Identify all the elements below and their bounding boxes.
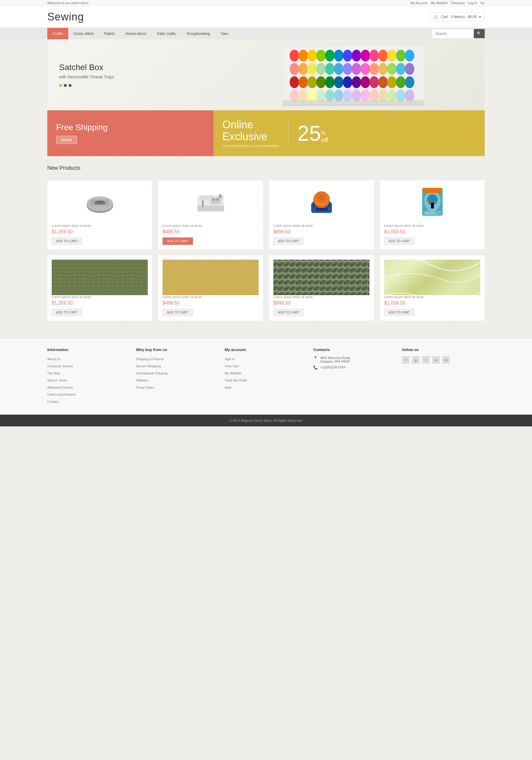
product-price-8: $1,059.50: [384, 301, 480, 306]
footer-link-contact[interactable]: Contact: [47, 400, 59, 404]
promo-exclusive-title: OnlineExclusive: [222, 119, 279, 142]
product-1-image: [85, 191, 115, 214]
add-to-cart-btn-8[interactable]: ADD TO CART: [384, 309, 415, 316]
checkout-link[interactable]: Checkout: [451, 1, 464, 5]
add-to-cart-btn-1[interactable]: ADD TO CART: [52, 237, 82, 245]
product-card-7: Lorem ipsum dolor sit amet $999.50 ADD T…: [269, 255, 374, 320]
add-to-cart-btn-4[interactable]: ADD TO CART: [384, 237, 415, 245]
svg-point-25: [378, 63, 388, 75]
svg-point-28: [405, 63, 414, 75]
svg-point-5: [325, 50, 334, 62]
logo[interactable]: Sewing: [47, 11, 84, 23]
footer-link-affiliates[interactable]: Affiliates: [136, 379, 148, 382]
search-input[interactable]: [432, 29, 474, 38]
footer-link-about[interactable]: About Us: [47, 357, 61, 361]
footer-address: 📍 0801 Marmora Road,Glasgow, D04 89GR: [313, 356, 396, 363]
add-to-cart-btn-3[interactable]: ADD TO CART: [273, 237, 304, 245]
footer-information: Information About Us Customer Service Si…: [47, 348, 130, 406]
footer-my-account: My account Sign In View Cart My Wishlist…: [225, 348, 307, 406]
footer-link-shipping[interactable]: Shipping & Returns: [136, 357, 164, 361]
hero-dots: [59, 84, 114, 87]
nav-item-kids-crafts[interactable]: Kids' crafts: [152, 28, 181, 39]
product-desc-3: Lorem ipsum dolor sit amet: [273, 224, 370, 227]
phone-icon: 📞: [313, 365, 318, 370]
footer-contacts-title: Contacts: [313, 348, 396, 352]
add-to-cart-btn-2[interactable]: ADD TO CART: [162, 237, 193, 245]
nav-item-fabric[interactable]: Fabric: [99, 28, 120, 39]
location-icon: 📍: [313, 356, 318, 363]
footer-link-track-order[interactable]: Track My Order: [225, 379, 247, 382]
product-price-6: $499.50: [162, 301, 259, 306]
main-navigation: Crafts Cross stitch Fabric Home decor Ki…: [0, 28, 532, 39]
login-link[interactable]: Log In: [468, 1, 477, 5]
footer-link-help[interactable]: Help: [225, 386, 231, 389]
svg-point-44: [298, 90, 308, 101]
cart-items: 0 item(s) - $0.00: [451, 15, 477, 19]
svg-text:✿: ✿: [320, 196, 323, 199]
footer-link-advanced-search[interactable]: Advanced Search: [47, 386, 73, 389]
svg-point-10: [370, 50, 379, 62]
footer-link-international[interactable]: International Shipping: [136, 371, 167, 375]
product-2-image: [193, 189, 229, 216]
svg-point-38: [370, 76, 379, 88]
svg-point-40: [387, 76, 397, 88]
search-button[interactable]: 🔍: [474, 29, 485, 38]
nav-item-yarn[interactable]: Yarn: [215, 28, 234, 39]
nav-item-home-decor[interactable]: Home decor: [120, 28, 152, 39]
social-linkedin[interactable]: in: [442, 356, 450, 364]
social-facebook[interactable]: f: [402, 356, 410, 364]
my-wishlist-link[interactable]: My Wishlist: [431, 1, 448, 5]
hero-dot-2[interactable]: [64, 84, 67, 87]
footer-link-site-map[interactable]: Site Map: [47, 371, 60, 375]
social-googleplus[interactable]: g: [412, 356, 420, 364]
promo-details-button[interactable]: Details: [56, 136, 77, 144]
add-to-cart-btn-5[interactable]: ADD TO CART: [52, 309, 82, 316]
hero-dot-1[interactable]: [59, 84, 62, 87]
my-account-link[interactable]: My Account: [411, 1, 427, 5]
footer-link-group-sales[interactable]: Group Sales: [136, 386, 154, 389]
nav-item-crafts[interactable]: Crafts: [47, 28, 68, 39]
new-products-title: New Products: [47, 165, 485, 174]
footer-link-view-cart[interactable]: View Cart: [225, 364, 239, 368]
svg-point-46: [316, 90, 326, 101]
footer-main: Information About Us Customer Service Si…: [0, 338, 532, 415]
footer-link-orders-returns[interactable]: Orders and Returns: [47, 393, 76, 396]
add-to-cart-btn-6[interactable]: ADD TO CART: [162, 309, 193, 316]
svg-point-3: [307, 50, 317, 62]
nav-item-scrapbooking[interactable]: Scrapbooking: [181, 28, 215, 39]
product-price-2: $499.50: [162, 229, 259, 234]
promo-exclusive: OnlineExclusive Lorem ipsum dolor sit am…: [213, 110, 485, 156]
svg-point-13: [396, 50, 406, 62]
svg-point-30: [298, 76, 308, 88]
footer-link-customer-service[interactable]: Customer Service: [47, 364, 73, 368]
svg-point-19: [325, 63, 334, 75]
svg-point-21: [343, 63, 352, 75]
svg-point-17: [307, 63, 317, 75]
hero-dot-3[interactable]: [68, 84, 71, 87]
footer-phone-text: +1(000)234-5769: [320, 365, 345, 370]
footer-link-sign-in[interactable]: Sign In: [225, 357, 235, 361]
product-4-image: PRODUCT: [421, 186, 444, 219]
cart-button[interactable]: 🛒 Cart: 0 item(s) - $0.00 ▾: [430, 13, 485, 21]
svg-point-41: [396, 76, 406, 88]
svg-point-16: [298, 63, 308, 75]
footer-my-account-title: My account: [225, 348, 307, 352]
social-pinterest[interactable]: p: [432, 356, 440, 364]
product-8-image: [384, 260, 480, 295]
footer-link-search-terms[interactable]: Search Terms: [47, 379, 67, 382]
social-rss[interactable]: r: [422, 356, 430, 364]
language-selector[interactable]: En: [481, 1, 485, 5]
nav-item-cross-stitch[interactable]: Cross stitch: [68, 28, 99, 39]
svg-rect-93: [162, 260, 259, 295]
promo-exclusive-subtitle: Lorem ipsum dolor sit amet consectetur: [222, 144, 279, 148]
add-to-cart-btn-7[interactable]: ADD TO CART: [273, 309, 304, 316]
product-card-1: Lorem ipsum dolor sit amet $1,359.50 ADD…: [47, 180, 152, 249]
footer-link-secure[interactable]: Secure Shopping: [136, 364, 161, 368]
svg-point-6: [334, 50, 343, 62]
product-image-8: [384, 260, 480, 295]
thread-spools-image: [222, 39, 485, 110]
promo-discount-number: 25: [297, 123, 321, 144]
svg-rect-57: [283, 100, 424, 106]
svg-point-23: [361, 63, 370, 75]
footer-link-wishlist[interactable]: My Wishlist: [225, 371, 241, 375]
